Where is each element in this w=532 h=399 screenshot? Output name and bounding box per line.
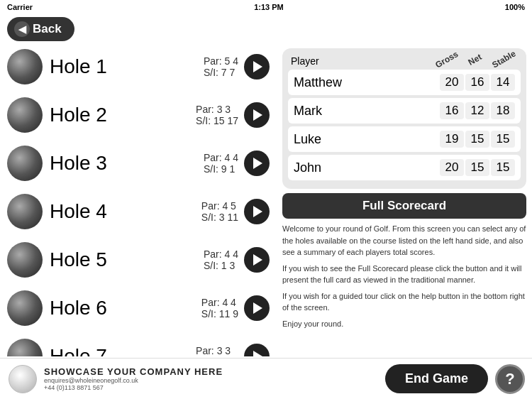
desc-para3: If you wish for a guided tour click on t…	[282, 290, 526, 314]
hole-row: Hole 2 Par: 3 3 S/I: 15 17	[0, 91, 277, 139]
hole-stats: Par: 4 5 S/I: 3 11	[201, 200, 238, 223]
player-name: Mark	[294, 104, 440, 119]
hole-stats: Par: 4 4 S/I: 1 3	[204, 248, 238, 271]
stable-score: 14	[491, 74, 515, 91]
player-score-row: John 20 15 15	[288, 155, 521, 180]
scorecard-table: Player Gross Net Stable Matthew 20 16 14…	[282, 48, 526, 189]
play-hole-button[interactable]	[244, 247, 270, 273]
hole-ball	[7, 49, 43, 84]
hole-ball	[7, 97, 43, 133]
hole-row: Hole 6 Par: 4 4 S/I: 11 9	[0, 284, 277, 332]
play-hole-button[interactable]	[244, 102, 270, 128]
gross-score: 20	[440, 74, 464, 91]
player-name: Luke	[294, 132, 440, 147]
desc-para4: Enjoy your round.	[282, 318, 526, 330]
logo-area: SHOWCASE YOUR COMPANY HERE enquires@whol…	[0, 365, 385, 393]
si-stat: S/I: 7 7	[204, 67, 235, 78]
play-hole-button[interactable]	[244, 295, 270, 321]
player-name: John	[294, 160, 440, 175]
holes-list: Hole 1 Par: 5 4 S/I: 7 7 Hole 2 Par: 3 3…	[0, 43, 277, 356]
si-stat: S/I: 11 9	[201, 308, 238, 319]
par-stat: Par: 4 4	[204, 248, 238, 260]
back-label: Back	[33, 22, 62, 36]
par-stat: Par: 4 5	[201, 200, 236, 212]
player-score-row: Mark 16 12 18	[288, 98, 521, 124]
status-bar: Carrier 1:13 PM 100%	[0, 0, 532, 14]
bottom-bar: SHOWCASE YOUR COMPANY HERE enquires@whol…	[0, 358, 532, 399]
gross-header: Gross	[433, 49, 459, 70]
par-stat: Par: 4 4	[204, 152, 238, 163]
net-score: 16	[465, 74, 489, 91]
play-hole-button[interactable]	[244, 54, 270, 80]
hole-row: Hole 3 Par: 4 4 S/I: 9 1	[0, 139, 277, 187]
hole-name: Hole 5	[50, 248, 204, 271]
net-score: 15	[465, 159, 489, 176]
help-button[interactable]: ?	[495, 364, 525, 394]
hole-stats: Par: 4 4 S/I: 11 9	[201, 297, 238, 319]
logo-main-text: SHOWCASE YOUR COMPANY HERE	[44, 366, 223, 377]
par-stat: Par: 5 4	[204, 55, 238, 67]
description-text: Welcome to your round of Golf. From this…	[282, 223, 526, 329]
player-score-row: Matthew 20 16 14	[288, 70, 521, 95]
time-label: 1:13 PM	[254, 3, 284, 11]
logo-text: SHOWCASE YOUR COMPANY HERE enquires@whol…	[44, 366, 223, 391]
hole-stats: Par: 3 3 S/I: 17 15	[196, 345, 238, 356]
end-game-button[interactable]: End Game	[385, 364, 488, 393]
back-button[interactable]: ◀ Back	[7, 17, 74, 41]
desc-para1: Welcome to your round of Golf. From this…	[282, 223, 526, 258]
hole-stats: Par: 3 3 S/I: 15 17	[196, 104, 238, 126]
hole-name: Hole 3	[50, 152, 204, 175]
hole-name: Hole 2	[50, 104, 196, 126]
hole-row: Hole 7 Par: 3 3 S/I: 17 15	[0, 332, 277, 356]
score-values: 19 15 15	[440, 131, 515, 148]
score-values: 20 15 15	[440, 159, 515, 176]
player-name: Matthew	[294, 75, 440, 90]
si-stat: S/I: 3 11	[201, 212, 238, 223]
par-stat: Par: 3 3	[196, 345, 231, 356]
si-stat: S/I: 9 1	[204, 163, 235, 175]
hole-ball	[7, 242, 43, 278]
gross-score: 19	[440, 131, 464, 148]
logo-sub2: +44 (0)113 8871 567	[44, 384, 223, 391]
gross-score: 16	[440, 102, 464, 119]
net-score: 12	[465, 102, 489, 119]
par-stat: Par: 3 3	[196, 104, 231, 115]
player-col-header: Player	[291, 55, 437, 67]
play-hole-button[interactable]	[244, 344, 270, 356]
play-hole-button[interactable]	[244, 151, 270, 176]
si-stat: S/I: 1 3	[204, 260, 235, 271]
stable-score: 15	[491, 131, 515, 148]
hole-row: Hole 4 Par: 4 5 S/I: 3 11	[0, 187, 277, 236]
hole-stats: Par: 5 4 S/I: 7 7	[204, 55, 238, 78]
scorecard-header: Player Gross Net Stable	[288, 54, 521, 70]
golf-ball-logo	[9, 365, 37, 393]
player-score-row: Luke 19 15 15	[288, 126, 521, 152]
net-score: 15	[465, 131, 489, 148]
stable-score: 18	[491, 102, 515, 119]
full-scorecard-button[interactable]: Full Scorecard	[282, 193, 526, 219]
hole-name: Hole 4	[50, 200, 201, 223]
hole-stats: Par: 4 4 S/I: 9 1	[204, 152, 238, 175]
play-hole-button[interactable]	[244, 199, 270, 224]
logo-sub1: enquires@wholeineonegolf.co.uk	[44, 377, 223, 384]
hole-name: Hole 7	[50, 345, 196, 356]
desc-para2: If you wish to see the Full Scorecard pl…	[282, 263, 526, 286]
back-arrow-icon: ◀	[14, 21, 30, 37]
score-values: 16 12 18	[440, 102, 515, 119]
si-stat: S/I: 15 17	[196, 115, 238, 126]
par-stat: Par: 4 4	[201, 297, 236, 308]
battery-label: 100%	[505, 3, 525, 11]
player-rows: Matthew 20 16 14 Mark 16 12 18 Luke 19 1…	[288, 70, 521, 180]
stable-header: Stable	[490, 49, 516, 70]
gross-score: 20	[440, 159, 464, 176]
right-panel: Player Gross Net Stable Matthew 20 16 14…	[277, 43, 532, 399]
stable-score: 15	[491, 159, 515, 176]
hole-ball	[7, 290, 43, 326]
hole-name: Hole 1	[50, 55, 204, 78]
hole-row: Hole 5 Par: 4 4 S/I: 1 3	[0, 236, 277, 284]
net-header: Net	[462, 49, 487, 70]
hole-ball	[7, 194, 43, 229]
hole-ball	[7, 339, 43, 356]
hole-ball	[7, 146, 43, 181]
carrier-label: Carrier	[7, 3, 33, 11]
